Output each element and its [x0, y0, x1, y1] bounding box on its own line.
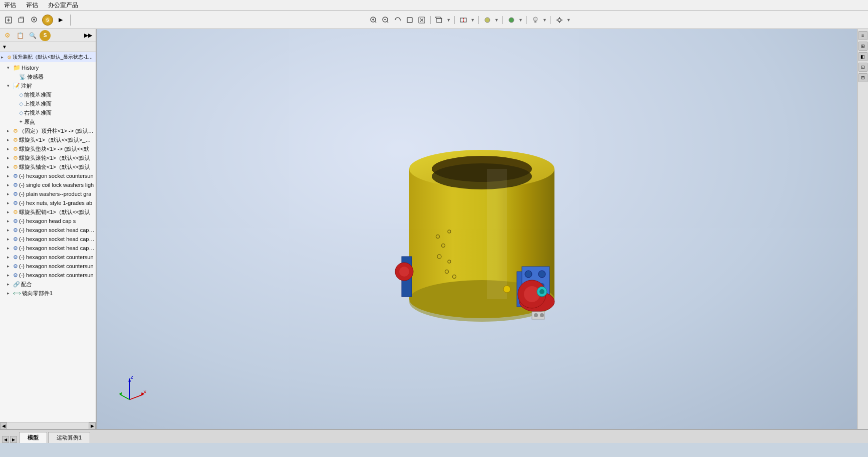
settings-dropdown[interactable]: ▼	[566, 18, 571, 23]
render-icon[interactable]	[506, 16, 516, 25]
coordinate-axes: Z X	[117, 374, 147, 404]
tree-item-hxcap3[interactable]: ▸ ⚙ (-) hexagon socket head cap sc	[0, 235, 96, 244]
display-icon[interactable]	[482, 16, 492, 25]
left-expand[interactable]: ▶▶	[83, 30, 94, 41]
hexcs2-label: (-) hexagon socket countersun	[19, 254, 94, 260]
right-btn-4[interactable]: ⊡	[858, 63, 867, 72]
hscroll-right[interactable]: ▶	[10, 436, 17, 443]
hxcap2-icon: ⚙	[13, 227, 18, 234]
lights-icon[interactable]	[530, 16, 540, 25]
right-btn-5[interactable]: ⊟	[858, 73, 867, 82]
tree-item-part2[interactable]: ▸ ⚙ 螺旋头<1>（默认<<默认>_显示状	[0, 135, 96, 144]
svg-point-62	[540, 313, 544, 317]
left-icon-4[interactable]: S	[40, 30, 51, 41]
tree-item-hexnut1[interactable]: ▸ ⚙ (-) hex nuts, style 1-grades ab	[0, 198, 96, 207]
view3d-icon[interactable]	[434, 16, 444, 25]
tree-item-top[interactable]: ◇ 上视基准面	[0, 99, 96, 108]
mirror1-label: 镜向零部件1	[22, 290, 53, 297]
plain1-icon: ⚙	[13, 191, 18, 197]
tree-item-part3[interactable]: ▸ ⚙ 螺旋头垫块<1> -> (默认<<默	[0, 144, 96, 153]
tree-item-part5[interactable]: ▸ ⚙ 螺旋头轴套<1>（默认<<默认	[0, 162, 96, 171]
rotate-icon[interactable]	[393, 16, 403, 25]
toolbar-icon-3[interactable]	[29, 15, 40, 26]
toolbar-icon-4[interactable]: S	[42, 15, 53, 26]
part5-icon: ⚙	[13, 164, 18, 170]
lock1-label: (-) single coil lock washers ligh	[19, 182, 94, 188]
hexcs4-icon: ⚙	[13, 272, 18, 279]
right-btn-3[interactable]: ◧	[858, 52, 867, 61]
scroll-left[interactable]: ◀	[0, 422, 7, 429]
tree-item-hxcap1[interactable]: ▸ ⚙ (-) hexagon head cap s	[0, 216, 96, 225]
tab-motion[interactable]: 运动算例1	[48, 432, 90, 443]
hxcap3-label: (-) hexagon socket head cap sc	[19, 236, 96, 242]
tree-item-mirror1[interactable]: ▸ ⟺ 镜向零部件1	[0, 289, 96, 298]
left-icon-1[interactable]: ⚙	[2, 30, 13, 41]
mirror1-icon: ⟺	[13, 290, 21, 297]
separator-1	[70, 15, 71, 26]
left-icon-2[interactable]: 📋	[15, 30, 26, 41]
tree-item-mates[interactable]: ▸ 🔗 配合	[0, 280, 96, 289]
tree-item-hxcap4[interactable]: ▸ ⚙ (-) hexagon socket head cap sc	[0, 244, 96, 253]
view3d-dropdown[interactable]: ▼	[446, 18, 451, 23]
toolbar-icon-2[interactable]	[16, 15, 27, 26]
render-dropdown[interactable]: ▼	[518, 18, 523, 23]
tree-item-hexcs4[interactable]: ▸ ⚙ (-) hexagon socket countersun	[0, 271, 96, 280]
notes-label: 注解	[21, 82, 32, 90]
hscroll-left[interactable]: ◀	[2, 436, 9, 443]
section-icon[interactable]	[458, 16, 468, 25]
view-separator-1	[430, 16, 431, 24]
hxcap4-label: (-) hexagon socket head cap sc	[19, 245, 96, 251]
tree-item-fixed1[interactable]: ▸ ⚙ （固定）顶升柱<1> -> (默认<<默	[0, 126, 96, 135]
svg-rect-20	[437, 19, 442, 23]
lock1-icon: ⚙	[13, 182, 18, 188]
toolbar-icon-1[interactable]	[3, 15, 14, 26]
svg-text:Z: Z	[130, 374, 133, 380]
tree-item-lock1[interactable]: ▸ ⚙ (-) single coil lock washers ligh	[0, 180, 96, 189]
viewport[interactable]: Z X	[97, 29, 857, 429]
sensor-label: 传感器	[27, 73, 44, 81]
scroll-right[interactable]: ▶	[89, 422, 96, 429]
tree-root[interactable]: ▸ ⚙ 顶升装配（默认<默认_显示状态-1>）	[0, 52, 96, 62]
svg-point-48	[503, 286, 510, 293]
tree-item-front[interactable]: ◇ 前视基准面	[0, 90, 96, 99]
tree-item-hexcs3[interactable]: ▸ ⚙ (-) hexagon socket countersun	[0, 262, 96, 271]
lights-dropdown[interactable]: ▼	[542, 18, 547, 23]
tree-item-plain1[interactable]: ▸ ⚙ (-) plain washers--product gra	[0, 189, 96, 198]
view-separator-3	[478, 16, 479, 24]
part3-icon: ⚙	[13, 146, 18, 152]
tree-item-right[interactable]: ◇ 右视基准面	[0, 108, 96, 117]
tree-item-origin[interactable]: ✦ 原点	[0, 117, 96, 126]
zoom-in-icon[interactable]	[369, 16, 379, 25]
zoom-fit-icon[interactable]	[417, 16, 427, 25]
zoom-out-icon[interactable]	[381, 16, 391, 25]
svg-point-39	[432, 163, 532, 189]
pan-icon[interactable]	[405, 16, 415, 25]
tree-item-hexcs2[interactable]: ▸ ⚙ (-) hexagon socket countersun	[0, 253, 96, 262]
section-dropdown[interactable]: ▼	[470, 18, 475, 23]
settings-icon[interactable]	[554, 16, 564, 25]
view-separator-6	[550, 16, 551, 24]
menu-item-evaluate[interactable]: 评估	[2, 0, 18, 11]
toolbar-expand[interactable]: ▶	[55, 15, 66, 26]
tree-item-sensor[interactable]: 📡 传感器	[0, 72, 96, 81]
tab-model[interactable]: 模型	[19, 432, 47, 443]
tree-item-notes[interactable]: ▾ 📝 注解	[0, 81, 96, 90]
display-dropdown[interactable]: ▼	[494, 18, 499, 23]
menu-item-evaluate2[interactable]: 评估	[24, 0, 40, 11]
tree-item-history[interactable]: ▾ 📁 History	[0, 63, 96, 72]
hxcap1-label: (-) hexagon head cap s	[19, 218, 76, 224]
tree-item-hxcap2[interactable]: ▸ ⚙ (-) hexagon socket head cap sc	[0, 225, 96, 235]
left-icon-3[interactable]: 🔍	[27, 30, 38, 41]
right-btn-1[interactable]: ≡	[858, 31, 867, 40]
part2-label: 螺旋头<1>（默认<<默认>_显示状	[19, 136, 96, 144]
fixed1-icon: ⚙	[13, 128, 18, 134]
right-btn-2[interactable]: ⊞	[858, 42, 867, 51]
tree-item-part4[interactable]: ▸ ⚙ 螺旋头滚轮<1>（默认<<默认	[0, 153, 96, 162]
tree-item-part8[interactable]: ▸ ⚙ 螺旋头配销<1>（默认<<默认	[0, 207, 96, 216]
sensor-icon: 📡	[19, 74, 26, 80]
menu-item-office[interactable]: 办公室产品	[46, 0, 80, 11]
tree-item-hexcs1[interactable]: ▸ ⚙ (-) hexagon socket countersun	[0, 171, 96, 180]
svg-rect-28	[534, 21, 536, 23]
left-dropdown[interactable]: ▼	[2, 44, 7, 50]
3d-scene	[352, 91, 602, 342]
